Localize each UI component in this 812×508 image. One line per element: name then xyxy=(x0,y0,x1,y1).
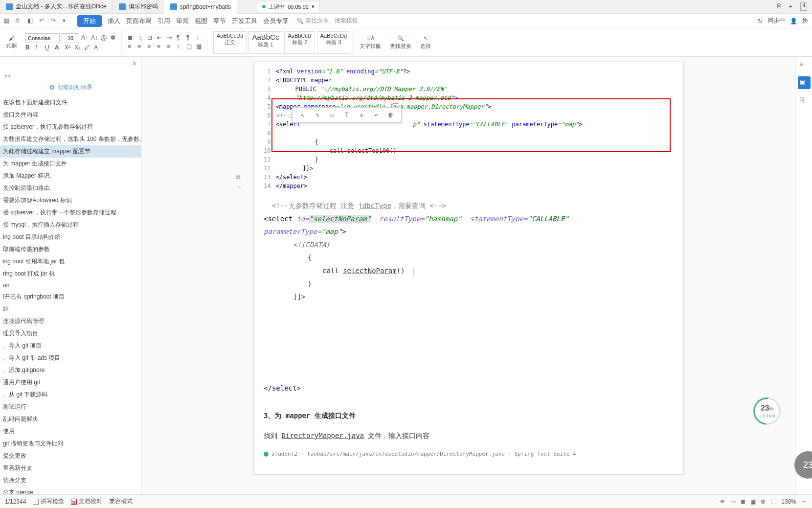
redo-icon[interactable]: ↷ xyxy=(51,17,59,25)
outline-item[interactable]: 、导入 git 项目 xyxy=(0,340,141,352)
tab-insert[interactable]: 插入 xyxy=(105,15,123,27)
forward-icon[interactable]: ⎘ xyxy=(777,2,781,11)
clear-format-icon[interactable]: Ⓐ xyxy=(101,34,109,42)
fullscreen-icon[interactable]: ⛶ xyxy=(770,498,776,505)
outline-item[interactable]: 分支 merge xyxy=(0,486,141,494)
sync-icon[interactable]: ↻ xyxy=(758,18,763,24)
change-case-icon[interactable]: ✽ xyxy=(111,34,118,42)
outline-item[interactable]: 、从 git 下载源码 xyxy=(0,389,141,401)
rect-icon[interactable]: ▭ xyxy=(328,111,337,119)
font-name-input[interactable] xyxy=(25,33,60,43)
ltr-icon[interactable]: ¶ xyxy=(177,34,184,42)
line-spacing-icon[interactable]: ↕ xyxy=(196,34,204,42)
outline-item[interactable]: on xyxy=(0,280,141,291)
copy-icon[interactable]: ⧉ xyxy=(236,174,251,181)
outline-item[interactable]: 查看新分支 xyxy=(0,462,141,474)
tab-reference[interactable]: 引用 xyxy=(155,15,173,27)
trash-icon[interactable]: 🗑 xyxy=(386,111,395,119)
align-left-icon[interactable]: ≡ xyxy=(128,43,135,51)
find-replace[interactable]: 🔍查找替换 xyxy=(387,34,414,51)
decrease-indent-icon[interactable]: ⇤ xyxy=(157,34,165,42)
increase-indent-icon[interactable]: ⇥ xyxy=(167,34,175,42)
tab-wps-doc[interactable]: 金山文档 - 多人实…作的在线Office xyxy=(0,0,113,14)
outline-item[interactable]: 取前端传递的参数 xyxy=(0,243,141,255)
outline-item[interactable]: 乱码问题解决 xyxy=(0,413,141,425)
outline-item[interactable]: I开已有 springboot 项目 xyxy=(0,291,141,303)
font-size-input[interactable] xyxy=(62,33,79,43)
style-h1[interactable]: AaBbCc标题 1 xyxy=(248,31,282,54)
font-color-button[interactable]: A xyxy=(94,44,102,52)
chevron-down-icon[interactable]: ▾ xyxy=(63,17,70,25)
outline-item[interactable]: git 撤销更改与文件比对 xyxy=(0,438,141,450)
view-read-icon[interactable]: ⊕ xyxy=(761,498,766,505)
highlight-button[interactable]: 🖊 xyxy=(84,44,92,52)
new-tab-icon[interactable]: ＋ xyxy=(788,2,793,11)
compat-mode[interactable]: 兼容模式 xyxy=(109,497,133,506)
font-decrease-icon[interactable]: A↓ xyxy=(91,34,99,42)
tab-chapter[interactable]: 章节 xyxy=(210,15,229,27)
tab-view[interactable]: 视图 xyxy=(192,15,210,27)
outline-item[interactable]: ring boot 打成 jar 包 xyxy=(0,268,141,280)
outline-item[interactable]: ing boot 目录结构介绍 xyxy=(0,231,141,243)
proofread-toggle[interactable]: ✕文档校对 xyxy=(71,497,102,506)
document-area[interactable]: ⧉ ⋯ ↖ ✎ ▭ T ◇ ↶ 🗑 1234567891011121314 xyxy=(142,57,795,494)
smart-toc[interactable]: ✪智能识别目录 xyxy=(0,81,141,93)
rtl-icon[interactable]: ¶ xyxy=(186,34,194,42)
zoom-out-icon[interactable]: － xyxy=(801,497,807,506)
outline-item[interactable]: 提交更改 xyxy=(0,450,141,462)
outline-item[interactable]: 需要添加@Autowired 标识 xyxy=(0,194,141,207)
bullet-list-icon[interactable]: ≣ xyxy=(128,34,135,42)
underline-button[interactable]: U xyxy=(45,44,53,52)
tab-springboot[interactable]: springboot+mybatis xyxy=(164,0,237,14)
collapse-icon[interactable]: ≡ xyxy=(800,61,809,69)
outline-item[interactable]: 切换分支 xyxy=(0,474,141,486)
outline-item[interactable]: 在该包下面新建接口文件 xyxy=(0,96,141,109)
tab-review[interactable]: 审阅 xyxy=(173,15,192,27)
font-increase-icon[interactable]: A↑ xyxy=(81,34,89,42)
tab-page-layout[interactable]: 页面布局 xyxy=(123,15,155,27)
outline-item[interactable]: 去数据库建立存储过程，选取头 100 条数据，无参数。 xyxy=(0,133,141,145)
outline-item[interactable]: 接 mysql，执行插入存储过程 xyxy=(0,219,141,231)
outline-item[interactable]: 接 sqlserver，执行带一个整形参数存储过程 xyxy=(0,207,141,219)
text-icon[interactable]: T xyxy=(342,111,351,119)
preview-icon[interactable]: ◧ xyxy=(27,17,35,25)
page-indicator[interactable]: 1/12344 xyxy=(5,498,26,505)
border-icon[interactable]: ▦ xyxy=(196,43,204,51)
outline-item[interactable]: 为此存储过程建立 mapper 配置节 xyxy=(0,145,141,158)
search-box[interactable]: 🔍 查找命令、搜索模板 xyxy=(296,17,358,25)
style-h2[interactable]: AaBbCcD标题 2 xyxy=(284,31,315,54)
expand-icon[interactable]: ▭ xyxy=(5,72,10,79)
italic-button[interactable]: I xyxy=(35,44,43,52)
outline-item[interactable]: 连接源代码管理 xyxy=(0,315,141,327)
tab-start[interactable]: 开始 xyxy=(77,15,102,27)
close-icon[interactable]: × xyxy=(133,60,136,68)
align-right-icon[interactable]: ≡ xyxy=(147,43,155,51)
outline-item[interactable]: 去控制层添加路由 xyxy=(0,182,141,194)
view-print-icon[interactable]: ▭ xyxy=(730,498,736,505)
superscript-button[interactable]: X² xyxy=(65,44,72,52)
tab-devtools[interactable]: 开发工具 xyxy=(229,15,260,27)
pointer-icon[interactable]: ↖ xyxy=(298,111,307,119)
line-height-icon[interactable]: ↕ xyxy=(177,43,184,51)
view-web-icon[interactable]: ▦ xyxy=(750,498,756,505)
style-normal[interactable]: AaBbCcDd正文 xyxy=(213,31,247,54)
undo-icon[interactable]: ↶ xyxy=(39,17,47,25)
comments-icon[interactable]: ▣ xyxy=(798,76,811,89)
eye-icon[interactable]: 👁 xyxy=(720,498,725,505)
tab-member[interactable]: 会员专享 xyxy=(260,15,292,27)
class-pill[interactable]: 上课中 00:05:02 ▾ xyxy=(257,1,320,12)
align-center-icon[interactable]: ≡ xyxy=(137,43,145,51)
tab-club-pwd[interactable]: 俱乐部密码 xyxy=(113,0,164,14)
print-icon[interactable]: ⎙ xyxy=(16,17,23,25)
number-list-icon[interactable]: ⒈ xyxy=(137,34,145,42)
undo-icon[interactable]: ↶ xyxy=(372,111,381,119)
zoom-value[interactable]: 130% xyxy=(781,498,796,505)
select[interactable]: ↖选择 xyxy=(417,34,434,51)
multilevel-list-icon[interactable]: ⊟ xyxy=(147,34,155,42)
outline-item[interactable]: 理员导入项目 xyxy=(0,327,141,340)
format-painter[interactable]: 🖌式刷 xyxy=(3,34,20,50)
more-icon[interactable]: ⋯ xyxy=(236,184,251,190)
view-outline-icon[interactable]: ≣ xyxy=(741,498,745,505)
tab-count-badge[interactable]: 4 xyxy=(800,2,807,11)
align-distribute-icon[interactable]: ≡ xyxy=(167,43,175,51)
